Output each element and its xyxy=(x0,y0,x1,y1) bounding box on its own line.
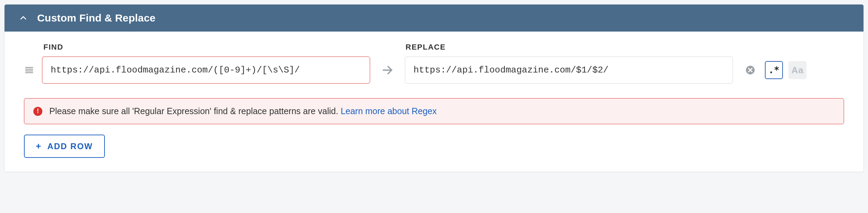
arrow-right-icon xyxy=(370,64,405,76)
panel-title: Custom Find & Replace xyxy=(37,12,156,24)
svg-rect-3 xyxy=(25,72,33,73)
find-replace-panel: Custom Find & Replace FIND REPLACE .* xyxy=(4,4,864,172)
clear-row-button[interactable] xyxy=(741,61,759,79)
add-row-button[interactable]: + ADD ROW xyxy=(24,135,105,158)
error-alert: ! Please make sure all 'Regular Expressi… xyxy=(24,98,844,124)
row-controls: .* Aa xyxy=(733,61,844,79)
find-input[interactable] xyxy=(42,57,370,84)
regex-toggle-button[interactable]: .* xyxy=(765,61,783,79)
find-column-label: FIND xyxy=(43,43,371,52)
error-icon: ! xyxy=(33,107,42,116)
svg-rect-1 xyxy=(25,69,33,70)
column-labels: FIND REPLACE xyxy=(24,43,844,52)
replace-input[interactable] xyxy=(405,57,733,84)
panel-body: FIND REPLACE .* Aa ! xyxy=(5,32,863,172)
replace-column-label: REPLACE xyxy=(406,43,733,52)
drag-handle-icon[interactable] xyxy=(24,65,42,75)
learn-more-link[interactable]: Learn more about Regex xyxy=(341,106,437,116)
svg-rect-0 xyxy=(25,67,33,68)
alert-text: Please make sure all 'Regular Expression… xyxy=(49,106,437,116)
chevron-up-icon xyxy=(19,14,27,22)
alert-message: Please make sure all 'Regular Expression… xyxy=(49,106,341,116)
plus-icon: + xyxy=(36,141,42,152)
panel-header[interactable]: Custom Find & Replace xyxy=(5,5,863,32)
case-toggle-button[interactable]: Aa xyxy=(788,61,807,79)
find-replace-row: .* Aa xyxy=(24,57,844,84)
svg-rect-2 xyxy=(25,70,33,71)
add-row-label: ADD ROW xyxy=(47,142,93,151)
